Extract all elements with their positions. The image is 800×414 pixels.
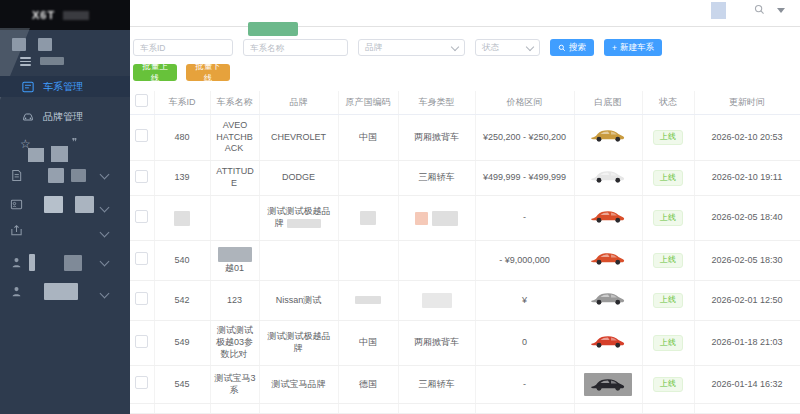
search-button[interactable]: 搜索 xyxy=(550,39,594,56)
car-thumbnail[interactable] xyxy=(590,128,626,143)
filter-bar: 品牌 状态 搜索 + 新建车系 xyxy=(133,39,800,56)
table-cell: 测试测试极越03参数比对 xyxy=(210,321,259,366)
car-thumbnail[interactable] xyxy=(590,209,626,224)
row-checkbox[interactable] xyxy=(135,129,148,142)
row-checkbox[interactable] xyxy=(135,252,148,265)
updated-time: 2026-02-05 18:40 xyxy=(694,196,800,241)
table-row: 480AVEO HATCHBACKCHEVROLET中国两厢掀背车¥250,20… xyxy=(130,115,800,161)
sidebar-item-label: 品牌管理 xyxy=(43,110,83,124)
row-checkbox[interactable] xyxy=(135,335,148,348)
table-cell: - ¥9,000,000 xyxy=(475,241,574,281)
table-row: 542123Nissan测试¥上线2026-02-01 12:50 xyxy=(130,281,800,321)
column-header: 车身类型 xyxy=(398,91,475,114)
sidebar-item-redacted-4[interactable] xyxy=(0,254,130,271)
app-root: X6T 车系管理 品牌管理 xyxy=(0,0,800,414)
active-tab-redacted[interactable] xyxy=(248,22,298,36)
column-header: 更新时间 xyxy=(694,91,800,114)
table-cell: ¥ xyxy=(475,281,574,321)
row-checkbox[interactable] xyxy=(135,376,148,389)
column-header: 车系名称 xyxy=(210,91,259,114)
sidebar-collapse-toggle[interactable] xyxy=(20,57,64,66)
updated-time: 2026-02-10 19:11 xyxy=(694,161,800,196)
car-thumbnail[interactable] xyxy=(584,373,632,396)
column-header: 价格区间 xyxy=(475,91,574,114)
table-cell xyxy=(338,241,398,281)
table-cell: 测试测试极越品牌 xyxy=(259,321,338,366)
table-row: 测试测试极越品牌-上线2026-02-05 18:40 xyxy=(130,196,800,241)
batch-actions: 批量上线 批量下线 xyxy=(133,64,800,81)
magnifier-icon[interactable] xyxy=(754,4,765,15)
column-header: 状态 xyxy=(642,91,694,114)
table-cell: AVEO HATCHBACK xyxy=(210,115,259,161)
sidebar-item-series-management[interactable]: 车系管理 xyxy=(0,76,130,97)
table-cell: 542 xyxy=(154,281,210,321)
table-row: 549测试测试极越03参数比对测试测试极越品牌中国两厢掀背车0上线2026-01… xyxy=(130,321,800,366)
status-badge: 上线 xyxy=(653,170,683,185)
sidebar-item-redacted-2[interactable] xyxy=(0,196,130,213)
row-checkbox[interactable] xyxy=(135,292,148,305)
car-thumbnail[interactable] xyxy=(590,251,626,266)
car-thumbnail[interactable] xyxy=(590,169,626,184)
table-cell: 越01 xyxy=(210,241,259,281)
topbar xyxy=(130,0,800,19)
redacted-block xyxy=(218,247,252,262)
chevron-down-icon xyxy=(100,289,110,299)
status-select[interactable]: 状态 xyxy=(475,39,540,56)
table-cell: CHEVROLET xyxy=(259,115,338,161)
row-checkbox[interactable] xyxy=(135,210,148,223)
sidebar-item-redacted-3[interactable] xyxy=(0,224,130,237)
sidebar-item-label: 车系管理 xyxy=(43,80,83,94)
series-table: 车系ID车系名称品牌原产国编码车身类型价格区间白底图状态更新时间 480AVEO… xyxy=(130,91,800,414)
redacted-block xyxy=(287,219,321,228)
table-row-partial xyxy=(130,404,800,414)
sidebar-item-redacted-5[interactable] xyxy=(0,283,130,300)
table-cell xyxy=(338,161,398,196)
status-badge: 上线 xyxy=(653,335,683,350)
table-header-row: 车系ID车系名称品牌原产国编码车身类型价格区间白底图状态更新时间 xyxy=(130,91,800,114)
redacted-block xyxy=(415,212,428,225)
brand-select[interactable]: 品牌 xyxy=(358,39,465,56)
batch-online-button[interactable]: 批量上线 xyxy=(133,64,177,81)
series-name-input[interactable] xyxy=(243,39,348,56)
tab-bar xyxy=(130,19,800,27)
table-body: 480AVEO HATCHBACKCHEVROLET中国两厢掀背车¥250,20… xyxy=(130,115,800,414)
table-cell: 中国 xyxy=(338,321,398,366)
batch-offline-button[interactable]: 批量下线 xyxy=(186,64,230,81)
table-cell: 德国 xyxy=(338,366,398,404)
table-cell: ¥499,999 - ¥499,999 xyxy=(475,161,574,196)
table-cell: 549 xyxy=(154,321,210,366)
select-all-checkbox[interactable] xyxy=(135,94,148,107)
column-header: 车系ID xyxy=(154,91,210,114)
sidebar-item-redacted-1[interactable] xyxy=(0,168,130,183)
updated-time: 2026-02-05 18:30 xyxy=(694,241,800,281)
row-checkbox[interactable] xyxy=(135,170,148,183)
sidebar-item-brand-management[interactable]: 品牌管理 xyxy=(0,106,130,127)
table-cell: 三厢轿车 xyxy=(398,366,475,404)
column-header: 品牌 xyxy=(259,91,338,114)
chevron-down-icon xyxy=(100,203,110,213)
table-cell: 测试测试极越品牌 xyxy=(259,196,338,241)
car-thumbnail[interactable] xyxy=(590,291,626,306)
table-cell xyxy=(338,281,398,321)
search-icon xyxy=(558,44,566,52)
status-select-placeholder: 状态 xyxy=(482,42,499,54)
updated-time: 2026-02-01 12:50 xyxy=(694,281,800,321)
create-series-button[interactable]: + 新建车系 xyxy=(604,39,662,56)
status-badge: 上线 xyxy=(653,377,683,392)
sidebar-favorites-redacted: ☆ ❞ xyxy=(20,138,115,164)
table-cell xyxy=(338,196,398,241)
avatar[interactable] xyxy=(711,2,726,19)
sidebar-menu: 车系管理 品牌管理 xyxy=(0,76,130,136)
user-icon xyxy=(10,256,23,269)
chevron-down-icon xyxy=(100,228,110,238)
redacted-block xyxy=(174,211,190,226)
status-badge: 上线 xyxy=(653,293,683,308)
series-id-input[interactable] xyxy=(133,39,233,56)
table-cell: 123 xyxy=(210,281,259,321)
chevron-down-icon xyxy=(451,43,459,51)
car-thumbnail[interactable] xyxy=(590,334,626,349)
table-cell: 中国 xyxy=(338,115,398,161)
main-area: 品牌 状态 搜索 + 新建车系 批量上线 批量下线 xyxy=(130,0,800,414)
caret-down-icon[interactable] xyxy=(777,8,785,13)
logo: X6T xyxy=(0,0,130,30)
